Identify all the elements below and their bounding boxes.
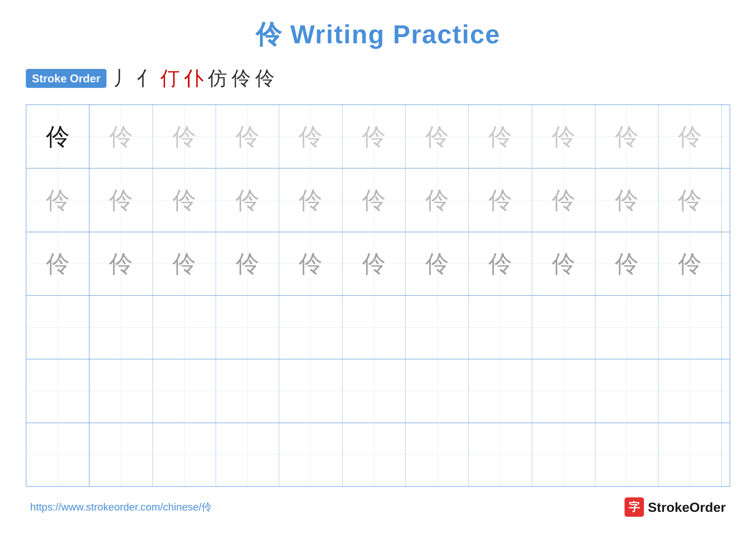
cell-5-7 bbox=[406, 359, 469, 422]
grid-row-1: 伶 伶 伶 伶 伶 伶 伶 伶 伶 伶 伶 伶 伶 bbox=[26, 105, 730, 168]
cell-3-5: 伶 bbox=[279, 232, 342, 295]
cell-2-8: 伶 bbox=[469, 168, 532, 232]
cell-3-12: 伶 bbox=[722, 232, 730, 295]
cell-6-3 bbox=[153, 423, 216, 486]
cell-1-2: 伶 bbox=[90, 105, 152, 168]
cell-6-8 bbox=[469, 423, 532, 486]
cell-5-12 bbox=[722, 359, 730, 422]
cell-3-2: 伶 bbox=[90, 232, 152, 295]
cell-4-10 bbox=[595, 296, 659, 359]
page-title: 伶 Writing Practice bbox=[26, 17, 730, 52]
logo-text: StrokeOrder bbox=[648, 499, 726, 515]
cell-1-10: 伶 bbox=[595, 105, 659, 168]
cell-2-4: 伶 bbox=[216, 168, 279, 232]
cell-5-11 bbox=[659, 359, 721, 422]
stroke-order-section: Stroke Order 丿 亻 仃 仆 仿 伶 伶 bbox=[26, 65, 730, 91]
cell-1-8: 伶 bbox=[469, 105, 532, 168]
cell-6-9 bbox=[532, 423, 595, 486]
stroke-2: 亻 bbox=[137, 65, 156, 91]
stroke-6: 伶 bbox=[231, 65, 251, 91]
cell-6-1 bbox=[26, 423, 90, 486]
cell-5-10 bbox=[595, 359, 659, 422]
stroke-1: 丿 bbox=[113, 65, 132, 91]
cell-1-6: 伶 bbox=[342, 105, 406, 168]
stroke-3: 仃 bbox=[160, 65, 180, 91]
stroke-4: 仆 bbox=[184, 65, 203, 91]
cell-5-9 bbox=[532, 359, 595, 422]
cell-2-2: 伶 bbox=[90, 168, 152, 232]
cell-2-5: 伶 bbox=[279, 168, 342, 232]
cell-6-10 bbox=[595, 423, 659, 486]
practice-grid: 伶 伶 伶 伶 伶 伶 伶 伶 伶 伶 伶 伶 伶 伶 伶 伶 伶 伶 bbox=[26, 105, 730, 487]
practice-grid-wrapper: 伶 伶 伶 伶 伶 伶 伶 伶 伶 伶 伶 伶 伶 伶 伶 伶 伶 伶 bbox=[26, 105, 730, 487]
cell-6-5 bbox=[279, 423, 342, 486]
char-dark: 伶 bbox=[46, 125, 69, 148]
cell-1-12: 伶 bbox=[722, 105, 730, 168]
cell-3-7: 伶 bbox=[406, 232, 469, 295]
cell-4-2 bbox=[90, 296, 152, 359]
cell-3-10: 伶 bbox=[595, 232, 659, 295]
stroke-5: 仿 bbox=[208, 65, 227, 91]
cell-4-1 bbox=[26, 296, 90, 359]
cell-6-2 bbox=[90, 423, 152, 486]
grid-row-6 bbox=[26, 423, 730, 486]
grid-row-2: 伶 伶 伶 伶 伶 伶 伶 伶 伶 伶 伶 伶 伶 bbox=[26, 168, 730, 232]
cell-4-6 bbox=[342, 296, 406, 359]
cell-2-1: 伶 bbox=[26, 168, 90, 232]
cell-1-3: 伶 bbox=[153, 105, 216, 168]
cell-4-3 bbox=[153, 296, 216, 359]
cell-1-9: 伶 bbox=[532, 105, 595, 168]
cell-1-4: 伶 bbox=[216, 105, 279, 168]
cell-1-5: 伶 bbox=[279, 105, 342, 168]
cell-3-9: 伶 bbox=[532, 232, 595, 295]
cell-1-1: 伶 bbox=[26, 105, 90, 168]
title-section: 伶 Writing Practice bbox=[26, 17, 730, 52]
cell-2-11: 伶 bbox=[659, 168, 721, 232]
cell-4-8 bbox=[469, 296, 532, 359]
footer-logo: 字 StrokeOrder bbox=[625, 497, 726, 517]
cell-4-7 bbox=[406, 296, 469, 359]
cell-6-12 bbox=[722, 423, 730, 486]
logo-icon: 字 bbox=[625, 497, 644, 517]
cell-3-4: 伶 bbox=[216, 232, 279, 295]
cell-4-11 bbox=[659, 296, 721, 359]
cell-3-6: 伶 bbox=[342, 232, 406, 295]
cell-6-7 bbox=[406, 423, 469, 486]
cell-5-5 bbox=[279, 359, 342, 422]
cell-5-6 bbox=[342, 359, 406, 422]
cell-6-11 bbox=[659, 423, 721, 486]
cell-5-2 bbox=[90, 359, 152, 422]
cell-4-12 bbox=[722, 296, 730, 359]
cell-2-3: 伶 bbox=[153, 168, 216, 232]
grid-row-4 bbox=[26, 296, 730, 359]
stroke-order-badge: Stroke Order bbox=[26, 69, 106, 88]
footer: https://www.strokeorder.com/chinese/伶 字 … bbox=[26, 497, 730, 517]
page-container: 伶 Writing Practice Stroke Order 丿 亻 仃 仆 … bbox=[0, 0, 756, 534]
cell-1-11: 伶 bbox=[659, 105, 721, 168]
cell-2-6: 伶 bbox=[342, 168, 406, 232]
cell-3-1: 伶 bbox=[26, 232, 90, 295]
cell-6-4 bbox=[216, 423, 279, 486]
footer-url[interactable]: https://www.strokeorder.com/chinese/伶 bbox=[30, 500, 212, 514]
stroke-sequence: 丿 亻 仃 仆 仿 伶 伶 bbox=[113, 65, 275, 91]
grid-row-3: 伶 伶 伶 伶 伶 伶 伶 伶 伶 伶 伶 伶 伶 bbox=[26, 232, 730, 296]
cell-2-7: 伶 bbox=[406, 168, 469, 232]
cell-1-7: 伶 bbox=[406, 105, 469, 168]
cell-5-8 bbox=[469, 359, 532, 422]
cell-5-4 bbox=[216, 359, 279, 422]
cell-3-8: 伶 bbox=[469, 232, 532, 295]
stroke-7: 伶 bbox=[255, 65, 275, 91]
cell-4-9 bbox=[532, 296, 595, 359]
cell-2-10: 伶 bbox=[595, 168, 659, 232]
cell-3-11: 伶 bbox=[659, 232, 721, 295]
grid-row-5 bbox=[26, 359, 730, 423]
cell-4-4 bbox=[216, 296, 279, 359]
cell-2-12: 伶 bbox=[722, 168, 730, 232]
cell-2-9: 伶 bbox=[532, 168, 595, 232]
cell-5-3 bbox=[153, 359, 216, 422]
cell-6-6 bbox=[342, 423, 406, 486]
cell-3-3: 伶 bbox=[153, 232, 216, 295]
cell-5-1 bbox=[26, 359, 90, 422]
cell-4-5 bbox=[279, 296, 342, 359]
